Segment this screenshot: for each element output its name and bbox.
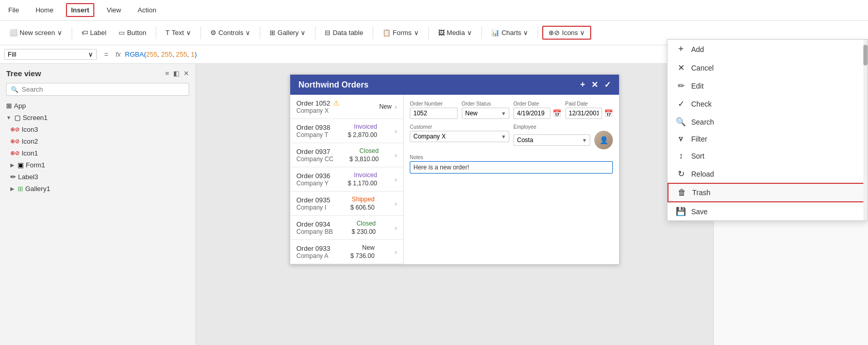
list-chevron-icon: › bbox=[395, 224, 397, 232]
icon1-icon: ⊕⊘ bbox=[10, 150, 20, 157]
tree-view: ⊞ App ▼ ▢ Screen1 ⊕⊘ Icon3 ⊕⊘ Icon2 ⊕⊘ bbox=[0, 100, 195, 345]
right-panel: SCRE... Scre... Prop... Fill Backg... Im… bbox=[713, 64, 868, 345]
list-item[interactable]: Order 0933 Company A New $ 736.00 › bbox=[290, 240, 403, 264]
text-icon: T bbox=[165, 29, 170, 37]
icon2-label: Icon2 bbox=[22, 137, 38, 145]
tree-item-app[interactable]: ⊞ App bbox=[0, 100, 195, 112]
northwind-check-icon[interactable]: ✓ bbox=[604, 80, 611, 90]
menu-insert[interactable]: Insert bbox=[66, 3, 94, 17]
dropdown-item-sort[interactable]: ↕ Sort bbox=[667, 147, 867, 165]
gallery1-expand-icon: ▶ bbox=[10, 186, 14, 192]
toolbar-divider-3 bbox=[201, 27, 201, 39]
order-date-calendar-icon[interactable]: 📅 bbox=[553, 109, 561, 117]
menu-home[interactable]: Home bbox=[31, 4, 58, 16]
tree-item-icon3[interactable]: ⊕⊘ Icon3 bbox=[0, 124, 195, 135]
layers-icon[interactable]: ◧ bbox=[173, 70, 179, 77]
dropdown-item-trash[interactable]: 🗑 Trash bbox=[667, 183, 867, 202]
list-chevron-icon: › bbox=[395, 127, 397, 135]
dropdown-item-edit[interactable]: ✏ Edit bbox=[667, 77, 867, 95]
screen1-expand-icon: ▼ bbox=[6, 115, 11, 120]
media-button[interactable]: 🖼 Media ∨ bbox=[433, 27, 477, 39]
tree-item-icon1[interactable]: ⊕⊘ Icon1 bbox=[0, 147, 195, 159]
text-button[interactable]: T Text ∨ bbox=[160, 27, 196, 39]
list-item[interactable]: Order 0937 Company CC Closed $ 3,810.00 … bbox=[290, 143, 403, 167]
order-status-label: Order Status bbox=[462, 101, 510, 107]
form1-label: Form1 bbox=[26, 161, 45, 169]
controls-button[interactable]: ⚙ Controls ∨ bbox=[205, 27, 256, 39]
icons-button[interactable]: ⊕⊘ Icons ∨ bbox=[542, 26, 591, 40]
menu-bar: File Home Insert View Action bbox=[0, 0, 868, 21]
search-icon: 🔍 bbox=[11, 86, 19, 93]
save-icon: 💾 bbox=[676, 206, 686, 216]
fill-dropdown-arrow: ∨ bbox=[88, 50, 93, 58]
dropdown-scrollbar[interactable] bbox=[863, 40, 867, 220]
new-screen-button[interactable]: ⬜ New screen ∨ bbox=[4, 27, 68, 39]
data-table-button[interactable]: ⊟ Data table bbox=[320, 27, 368, 39]
northwind-cancel-icon[interactable]: ✕ bbox=[591, 80, 598, 90]
dropdown-item-add[interactable]: + Add bbox=[667, 40, 867, 59]
icons-chevron-icon: ∨ bbox=[580, 29, 585, 37]
search-dropdown-icon: 🔍 bbox=[676, 117, 686, 127]
gallery-icon: ⊞ bbox=[270, 29, 275, 37]
dropdown-item-search[interactable]: 🔍 Search bbox=[667, 113, 867, 131]
customer-select[interactable]: Company X bbox=[410, 131, 509, 142]
dropdown-item-cancel[interactable]: ✕ Cancel bbox=[667, 59, 867, 77]
dropdown-scrollbar-thumb bbox=[863, 45, 867, 65]
dropdown-item-check[interactable]: ✓ Check bbox=[667, 95, 867, 113]
gallery-chevron-icon: ∨ bbox=[301, 29, 306, 37]
tree-item-gallery1[interactable]: ▶ ⊞ Gallery1 bbox=[0, 183, 195, 195]
northwind-detail: Order Number Order Status New ▼ bbox=[404, 95, 619, 264]
northwind-add-icon[interactable]: + bbox=[580, 80, 585, 90]
paid-date-calendar-icon[interactable]: 📅 bbox=[604, 109, 613, 117]
search-input[interactable] bbox=[22, 85, 185, 93]
menu-action[interactable]: Action bbox=[133, 4, 160, 16]
paid-date-label: Paid Date bbox=[565, 101, 613, 107]
gallery-button[interactable]: ⊞ Gallery ∨ bbox=[264, 27, 311, 39]
icons-dropdown: + Add ✕ Cancel ✏ Edit ✓ Check 🔍 Search bbox=[667, 39, 868, 221]
toolbar-divider-7 bbox=[428, 27, 429, 39]
forms-button[interactable]: 📋 Forms ∨ bbox=[377, 27, 424, 39]
northwind-list: Order 1052 ⚠ Company X New › Order 0938 … bbox=[290, 95, 404, 264]
toolbar-divider-2 bbox=[156, 27, 156, 39]
panel-title: Tree view bbox=[6, 69, 41, 78]
panel-header: Tree view ≡ ◧ ✕ bbox=[0, 64, 195, 83]
dropdown-item-save[interactable]: 💾 Save bbox=[667, 202, 867, 220]
button-button[interactable]: ▭ Button bbox=[113, 27, 152, 39]
order-number-input[interactable] bbox=[410, 108, 458, 119]
list-item[interactable]: Order 0938 Company T Invoiced $ 2,870.00… bbox=[290, 119, 403, 143]
tree-item-form1[interactable]: ▶ ▣ Form1 bbox=[0, 159, 195, 171]
check-icon: ✓ bbox=[676, 99, 686, 109]
list-item[interactable]: Order 0934 Company BB Closed $ 230.00 › bbox=[290, 216, 403, 240]
main-layout: Tree view ≡ ◧ ✕ 🔍 ⊞ App ▼ ▢ Screen1 bbox=[0, 64, 868, 345]
order-date-label: Order Date bbox=[513, 101, 561, 107]
close-panel-icon[interactable]: ✕ bbox=[183, 70, 189, 77]
charts-chevron-icon: ∨ bbox=[523, 29, 528, 37]
employee-label: Employee bbox=[513, 124, 613, 130]
order-date-input[interactable] bbox=[513, 108, 550, 119]
tree-item-screen1[interactable]: ▼ ▢ Screen1 bbox=[0, 112, 195, 124]
trash-icon: 🗑 bbox=[677, 188, 687, 197]
list-item[interactable]: Order 0935 Company I Shipped $ 606.50 › bbox=[290, 192, 403, 216]
filter-icon: ⛛ bbox=[676, 135, 686, 143]
list-chevron-icon: › bbox=[395, 248, 397, 256]
hamburger-icon[interactable]: ≡ bbox=[165, 70, 169, 77]
fill-dropdown[interactable]: Fill ∨ bbox=[4, 49, 97, 60]
list-item[interactable]: Order 1052 ⚠ Company X New › bbox=[290, 95, 403, 119]
toolbar-divider-6 bbox=[373, 27, 373, 39]
paid-date-input[interactable] bbox=[565, 108, 603, 119]
menu-view[interactable]: View bbox=[103, 4, 125, 16]
tree-item-label3[interactable]: ✏ Label3 bbox=[0, 171, 195, 183]
notes-input[interactable] bbox=[410, 161, 613, 174]
label-button[interactable]: 🏷 Label bbox=[76, 27, 112, 39]
toolbar-divider-8 bbox=[481, 27, 482, 39]
employee-select[interactable]: Costa bbox=[513, 134, 590, 146]
dropdown-item-filter[interactable]: ⛛ Filter bbox=[667, 131, 867, 147]
menu-file[interactable]: File bbox=[4, 4, 23, 16]
order-status-select[interactable]: New bbox=[462, 108, 510, 119]
tree-item-icon2[interactable]: ⊕⊘ Icon2 bbox=[0, 135, 195, 147]
list-item[interactable]: Order 0936 Company Y Invoiced $ 1,170.00… bbox=[290, 167, 403, 192]
left-panel: Tree view ≡ ◧ ✕ 🔍 ⊞ App ▼ ▢ Screen1 bbox=[0, 64, 196, 345]
charts-button[interactable]: 📊 Charts ∨ bbox=[486, 27, 533, 39]
screen1-label: Screen1 bbox=[23, 114, 47, 122]
dropdown-item-reload[interactable]: ↻ Reload bbox=[667, 165, 867, 183]
